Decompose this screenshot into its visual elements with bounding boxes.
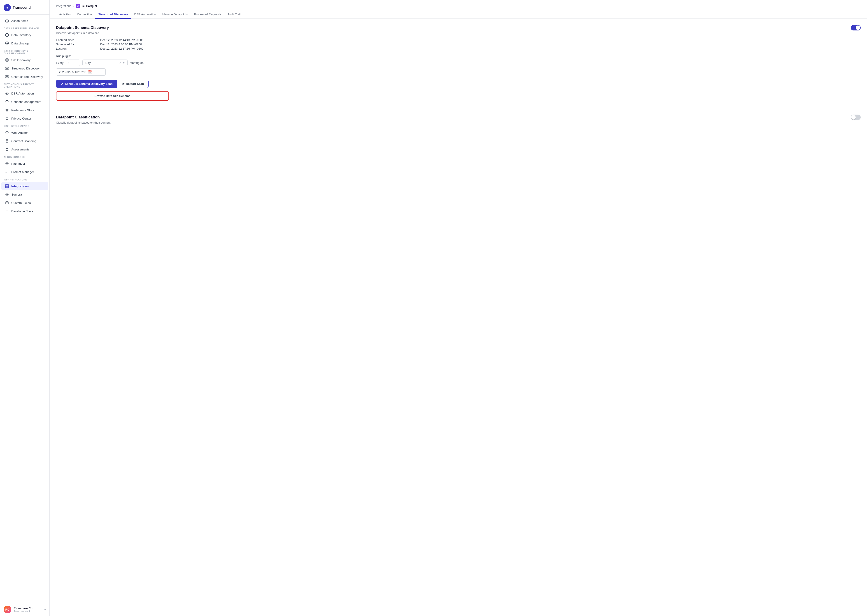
schema-discovery-desc: Discover datapoints in a data silo. [56,31,861,35]
every-input[interactable] [66,60,80,66]
section-ai: AI Governance [0,154,49,159]
sidebar-label-developer: Developer Tools [11,209,33,213]
sidebar-item-data-lineage[interactable]: Data Lineage [2,39,48,47]
sombra-icon [5,192,9,196]
sidebar-item-privacy-center[interactable]: Privacy Center [2,114,48,123]
last-run-value: Dec 12, 2023 12:37:56 PM -0800 [100,47,861,50]
sidebar-item-data-inventory[interactable]: Data Inventory [2,31,48,39]
sidebar-item-assessments[interactable]: Assessments [2,145,48,153]
prompt-icon [5,170,9,174]
sidebar-nav: Action Items Data Asset Intelligence Dat… [0,15,49,603]
sidebar-item-silo-discovery[interactable]: Silo Discovery [2,56,48,64]
sidebar-item-dsr-automation[interactable]: DSR Automation [2,89,48,97]
pathfinder-icon [5,162,9,165]
sidebar-label-dsr: DSR Automation [11,92,34,95]
sidebar-label-data-lineage: Data Lineage [11,42,29,45]
browse-data-silo-button[interactable]: Browse Data Silo Schema [57,91,169,101]
unstructured-icon [5,75,9,79]
breadcrumb: Integrations › S3 S3 Parquet [50,0,867,8]
user-name: Jason Wahjudi [14,610,33,613]
schedule-scan-icon: ⟳ [61,82,63,85]
breadcrumb-parent[interactable]: Integrations [56,4,71,8]
sidebar: ✦ Transcend Action Items Data Asset Inte… [0,0,50,616]
consent-icon [5,100,9,104]
sidebar-label-privacy: Privacy Center [11,117,32,120]
sidebar-item-prompt-manager[interactable]: Prompt Manager [2,168,48,176]
sidebar-item-custom-fields[interactable]: Custom Fields [2,199,48,207]
tab-activities[interactable]: Activities [56,10,74,19]
every-label: Every [56,61,63,64]
sidebar-label-data-inventory: Data Inventory [11,33,31,37]
classification-toggle[interactable] [851,115,861,120]
integrations-icon [5,184,9,188]
privacy-icon [5,116,9,121]
schema-section-header: Datapoint Schema Discovery [56,25,861,30]
sidebar-label-prompt: Prompt Manager [11,170,34,174]
svg-rect-18 [6,117,8,119]
contract-icon [5,139,9,143]
svg-rect-17 [6,111,8,111]
svg-rect-10 [7,69,8,70]
schema-discovery-toggle[interactable] [851,25,861,30]
classification-desc: Classify datapoints based on their conte… [56,121,861,124]
tab-processed-requests[interactable]: Processed Requests [191,10,224,19]
tab-bar: Activities Connection Structured Discove… [50,10,867,19]
svg-rect-6 [7,60,8,61]
preference-icon [5,108,9,112]
date-input[interactable]: 2023-02-05 16:00:00 📅 [56,68,106,75]
breadcrumb-current: S3 S3 Parquet [76,4,97,8]
lineage-icon [5,41,9,46]
svg-point-21 [6,162,8,165]
sidebar-item-structured-discovery[interactable]: Structured Discovery [2,64,48,72]
sidebar-item-contract-scanning[interactable]: Contract Scanning [2,137,48,145]
run-plugin-label: Run plugin: [56,54,861,58]
sidebar-label-web-auditor: Web Auditor [11,131,28,134]
schedule-scan-button[interactable]: ⟳ Schedule Schema Discovery Scan [56,80,117,88]
day-select[interactable]: Day ✕ ▾ [82,60,128,66]
tab-connection[interactable]: Connection [74,10,95,19]
sidebar-item-preference-store[interactable]: Preference Store [2,106,48,114]
tab-manage-datapoints[interactable]: Manage Datapoints [159,10,191,19]
sidebar-item-sombra[interactable]: Sombra [2,190,48,198]
user-footer[interactable]: RC Rideshare Co. Jason Wahjudi ▾ [0,603,49,616]
sidebar-item-integrations[interactable]: Integrations [2,182,48,190]
last-run-label: Last run [56,47,97,50]
sidebar-item-unstructured-discovery[interactable]: Unstructured Discovery [2,72,48,81]
svg-rect-20 [6,140,8,142]
section-privacy-ops: Autonomous Privacy Operations [0,81,49,89]
svg-rect-23 [5,184,7,186]
svg-point-28 [7,194,8,195]
sidebar-item-action-items[interactable]: Action Items [2,17,48,25]
chevron-down-icon: ▾ [123,61,125,64]
svg-rect-25 [5,186,7,188]
sidebar-item-web-auditor[interactable]: Web Auditor [2,129,48,137]
svg-rect-14 [7,77,8,78]
sidebar-item-pathfinder[interactable]: Pathfinder [2,159,48,168]
restart-scan-button[interactable]: ⟳ Restart Scan [117,80,148,88]
tab-audit-trail[interactable]: Audit Trail [224,10,244,19]
sidebar-label-consent: Consent Management [11,100,41,104]
section-divider [56,109,861,109]
tab-structured-discovery[interactable]: Structured Discovery [95,10,131,19]
sidebar-item-consent[interactable]: Consent Management [2,97,48,106]
svg-point-22 [6,163,8,164]
svg-rect-7 [6,67,7,68]
structured-icon [5,66,9,71]
svg-rect-3 [6,59,7,60]
svg-rect-4 [7,59,8,60]
avatar-initials: RC [5,608,10,611]
tab-dsr-automation[interactable]: DSR Automation [131,10,159,19]
custom-fields-icon [5,201,9,205]
breadcrumb-page: S3 Parquet [82,4,97,8]
toggle-thumb-classification [851,115,856,119]
sidebar-label-action-items: Action Items [11,19,28,22]
s3-icon: S3 [76,4,80,8]
scheduled-for-value: Dec 12, 2023 4:00:00 PM -0800 [100,42,861,46]
restart-icon: ⟳ [122,82,125,85]
sidebar-item-developer-tools[interactable]: Developer Tools [2,207,48,215]
svg-rect-16 [6,110,8,110]
date-value: 2023-02-05 16:00:00 [59,71,86,74]
sidebar-label-assessments: Assessments [11,148,29,151]
day-select-clear[interactable]: ✕ [119,61,122,64]
app-name: Transcend [13,6,31,10]
